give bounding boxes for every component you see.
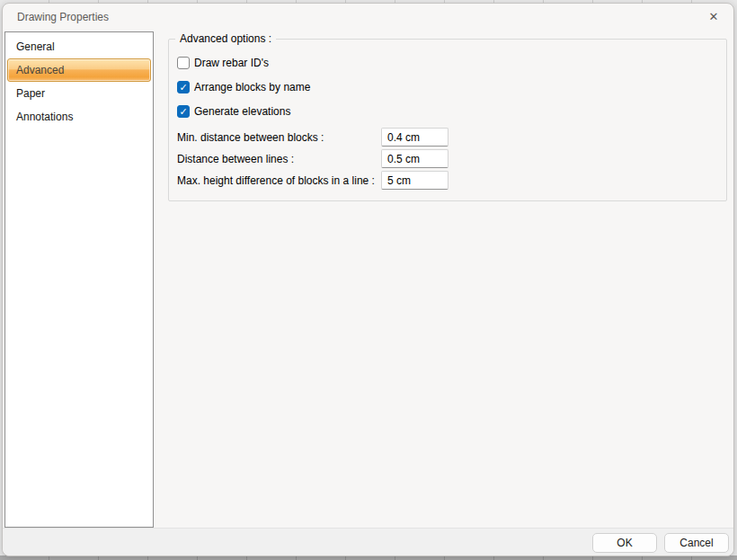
checkbox-draw-rebar-ids[interactable] — [177, 57, 190, 69]
sidebar-item-label: Paper — [16, 87, 45, 100]
field-label: Distance between lines : — [177, 153, 381, 165]
sidebar-item-label: General — [16, 40, 55, 53]
field-row-min-distance: Min. distance between blocks : — [177, 128, 448, 147]
sidebar-item-label: Annotations — [16, 111, 73, 123]
min-distance-input[interactable] — [381, 128, 448, 147]
checkbox-row-generate-elevations[interactable]: ✓ Generate elevations — [177, 104, 290, 119]
ok-button[interactable]: OK — [592, 533, 657, 553]
sidebar-item-annotations[interactable]: Annotations — [7, 105, 151, 129]
field-row-distance-lines: Distance between lines : — [177, 149, 448, 168]
checkbox-label: Arrange blocks by name — [194, 81, 310, 93]
checkbox-arrange-blocks[interactable]: ✓ — [177, 81, 190, 93]
sidebar-item-general[interactable]: General — [7, 35, 151, 58]
checkbox-row-arrange-blocks[interactable]: ✓ Arrange blocks by name — [177, 80, 310, 94]
distance-between-lines-input[interactable] — [381, 149, 448, 168]
field-row-max-height-diff: Max. height difference of blocks in a li… — [177, 171, 448, 190]
dialog-footer: OK Cancel — [3, 528, 733, 556]
dialog-title: Drawing Properties — [17, 11, 109, 23]
checkbox-label: Draw rebar ID's — [194, 57, 269, 69]
field-label: Max. height difference of blocks in a li… — [177, 174, 381, 187]
checkmark-icon: ✓ — [179, 82, 187, 93]
checkbox-label: Generate elevations — [194, 105, 290, 118]
group-title: Advanced options : — [175, 32, 276, 45]
category-list: General Advanced Paper Annotations — [4, 31, 154, 528]
sidebar-item-paper[interactable]: Paper — [7, 82, 151, 105]
sidebar-item-advanced[interactable]: Advanced — [7, 58, 151, 82]
checkmark-icon: ✓ — [179, 106, 187, 117]
field-label: Min. distance between blocks : — [177, 131, 381, 144]
drawing-properties-dialog: Drawing Properties ✕ General Advanced Pa… — [2, 3, 734, 556]
checkbox-generate-elevations[interactable]: ✓ — [177, 105, 190, 118]
checkbox-row-draw-rebar-ids[interactable]: Draw rebar ID's — [177, 56, 269, 70]
close-icon[interactable]: ✕ — [705, 9, 723, 25]
max-height-difference-input[interactable] — [381, 171, 448, 190]
dialog-titlebar[interactable]: Drawing Properties ✕ — [3, 4, 733, 31]
cancel-button[interactable]: Cancel — [664, 533, 729, 553]
sidebar-item-label: Advanced — [16, 64, 64, 76]
advanced-options-group: Advanced options : Draw rebar ID's ✓ Arr… — [168, 39, 727, 201]
